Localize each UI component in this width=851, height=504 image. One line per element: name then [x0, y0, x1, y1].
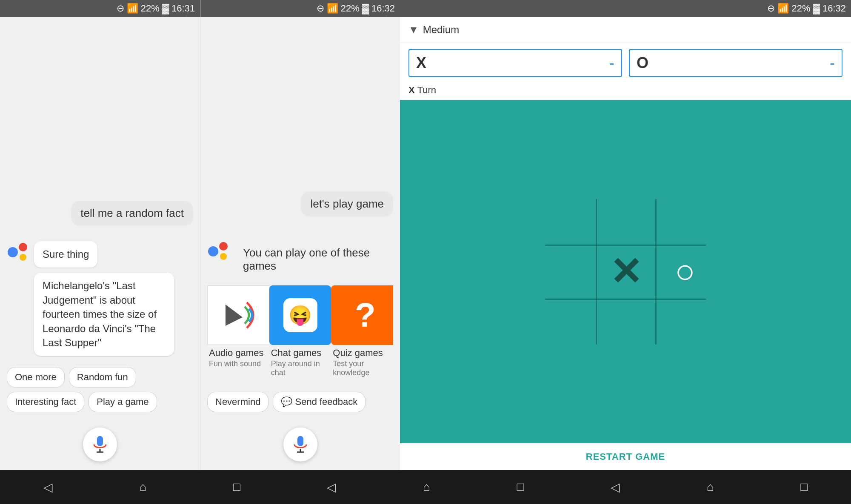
- svg-point-8: [220, 253, 227, 260]
- user-message-row-1: tell me a random fact: [7, 201, 193, 231]
- ttt-board-container: ✕ ○: [400, 100, 851, 443]
- ttt-cell-3[interactable]: [536, 245, 596, 299]
- time-3: 16:32: [822, 3, 846, 14]
- ttt-cell-4[interactable]: ✕: [596, 245, 655, 299]
- ttt-score-x-dash[interactable]: -: [609, 54, 614, 72]
- nav-bar: ◁ ⌂ □ ◁ ⌂ □ ◁ ⌂ □: [0, 470, 851, 504]
- mic-button-2[interactable]: [283, 427, 317, 461]
- ttt-header: ▼ Medium: [400, 17, 851, 43]
- user-bubble-1: tell me a random fact: [71, 201, 193, 226]
- chip-play-game[interactable]: Play a game: [89, 392, 157, 412]
- back-button-3[interactable]: ◁: [611, 480, 620, 494]
- mic-icon-1: [92, 435, 108, 454]
- games-response-row: You can play one of these games: [207, 240, 393, 279]
- chat-game-sub: Play around in chat: [269, 359, 331, 381]
- svg-point-7: [219, 242, 228, 251]
- do-not-disturb-icon-3: ⊖: [767, 3, 775, 14]
- wifi-icon-3: 📶: [777, 3, 789, 14]
- overflow-menu-1[interactable]: ⋮: [180, 4, 193, 18]
- back-button-1[interactable]: ◁: [43, 480, 53, 494]
- mic-container-1: [0, 427, 200, 470]
- svg-point-0: [8, 247, 18, 257]
- quiz-game-sub: Test your knowledge: [331, 359, 393, 381]
- home-button-1[interactable]: ⌂: [139, 480, 146, 494]
- ttt-score-x-box: X -: [408, 49, 622, 77]
- game-card-chat[interactable]: 😝 Chat games Play around in chat: [269, 285, 331, 381]
- game-card-audio[interactable]: Audio games Fun with sound: [207, 285, 269, 381]
- ttt-board: ✕ ○: [536, 191, 715, 353]
- audio-game-label: Audio games: [207, 345, 269, 359]
- chip-nevermind[interactable]: Nevermind: [207, 392, 268, 412]
- user-bubble-2: let's play game: [301, 191, 393, 216]
- ttt-cell-8[interactable]: [655, 299, 715, 353]
- ttt-cell-2[interactable]: [655, 191, 715, 245]
- overflow-menu-2[interactable]: ⋮: [380, 4, 393, 18]
- wifi-icon: 📶: [127, 3, 138, 14]
- chat-game-img: 😝: [269, 285, 331, 345]
- quiz-game-label: Quiz games: [331, 345, 393, 359]
- ttt-player-o: O: [637, 54, 648, 72]
- feedback-icon: 💬: [281, 396, 295, 407]
- chip-interesting-fact[interactable]: Interesting fact: [7, 392, 84, 412]
- svg-point-2: [20, 254, 26, 261]
- google-assistant-logo-2: [207, 240, 229, 262]
- recents-button-1[interactable]: □: [233, 480, 240, 494]
- battery-icon-2: ▓: [362, 3, 369, 14]
- mic-button-1[interactable]: [83, 427, 117, 461]
- google-assistant-logo-1: [7, 241, 29, 263]
- chips-row-1: One more Random fun Interesting fact Pla…: [7, 363, 193, 419]
- battery-text-2: 22%: [341, 3, 360, 14]
- game-cards-row: Audio games Fun with sound 😝 Chat games …: [207, 285, 393, 381]
- ttt-restart-button[interactable]: RESTART GAME: [400, 443, 851, 470]
- chip-one-more[interactable]: One more: [7, 367, 65, 387]
- chips-row-2: Nevermind 💬 Send feedback: [207, 387, 393, 419]
- assistant-row-1: Sure thing: [7, 241, 193, 268]
- battery-text-1: 22%: [141, 3, 160, 14]
- nav-section-2: ◁ ⌂ □: [284, 480, 568, 494]
- chip-random-fun[interactable]: Random fun: [69, 367, 136, 387]
- chat-content-2: let's play game You can play one of thes…: [200, 17, 400, 427]
- send-feedback-label: Send feedback: [295, 396, 358, 407]
- recents-button-2[interactable]: □: [517, 480, 524, 494]
- chat-game-label: Chat games: [269, 345, 331, 359]
- home-button-2[interactable]: ⌂: [423, 480, 430, 494]
- do-not-disturb-icon: ⊖: [117, 3, 124, 14]
- chat-content-1: tell me a random fact Sure thing Michela…: [0, 17, 200, 427]
- audio-icon: [219, 298, 257, 332]
- back-button-2[interactable]: ◁: [327, 480, 336, 494]
- ttt-scores: X - O -: [400, 43, 851, 83]
- svg-point-6: [208, 246, 218, 256]
- assistant-bubble-sure-thing: Sure thing: [34, 241, 97, 268]
- ttt-board-wrapper: ✕ ○: [536, 191, 715, 353]
- audio-game-sub: Fun with sound: [207, 359, 269, 372]
- ttt-cell-5[interactable]: ○: [655, 245, 715, 299]
- ttt-cell-7[interactable]: [596, 299, 655, 353]
- wifi-icon-2: 📶: [327, 3, 338, 14]
- audio-game-img: [207, 285, 269, 345]
- ttt-player-x: X: [416, 54, 426, 72]
- quiz-game-img: ?: [331, 285, 393, 345]
- fact-bubble: Michelangelo's "Last Judgement" is about…: [34, 273, 174, 356]
- mic-icon-2: [293, 435, 308, 454]
- svg-rect-3: [97, 436, 103, 446]
- ttt-turn-indicator: X Turn: [400, 83, 851, 100]
- ttt-cell-0[interactable]: [536, 191, 596, 245]
- ttt-score-o-dash[interactable]: -: [830, 54, 835, 72]
- status-icons-3: ⊖ 📶 22% ▓ 16:32: [767, 3, 846, 14]
- chip-send-feedback[interactable]: 💬 Send feedback: [273, 392, 366, 412]
- user-message-row-2: let's play game: [207, 191, 393, 222]
- game-card-quiz[interactable]: ? Quiz games Test your knowledge: [331, 285, 393, 381]
- ttt-turn-text: Turn: [417, 85, 436, 96]
- nav-section-3: ◁ ⌂ □: [567, 480, 851, 494]
- do-not-disturb-icon-2: ⊖: [317, 3, 324, 14]
- ttt-cell-6[interactable]: [536, 299, 596, 353]
- recents-button-3[interactable]: □: [800, 480, 808, 494]
- status-bar-1: ⊖ 📶 22% ▓ 16:31: [0, 0, 200, 17]
- ttt-cell-1[interactable]: [596, 191, 655, 245]
- battery-icon-3: ▓: [813, 3, 820, 14]
- nav-section-1: ◁ ⌂ □: [0, 480, 284, 494]
- home-button-3[interactable]: ⌂: [707, 480, 714, 494]
- chevron-down-icon[interactable]: ▼: [408, 24, 419, 36]
- svg-point-1: [19, 243, 27, 251]
- mic-container-2: [200, 427, 400, 470]
